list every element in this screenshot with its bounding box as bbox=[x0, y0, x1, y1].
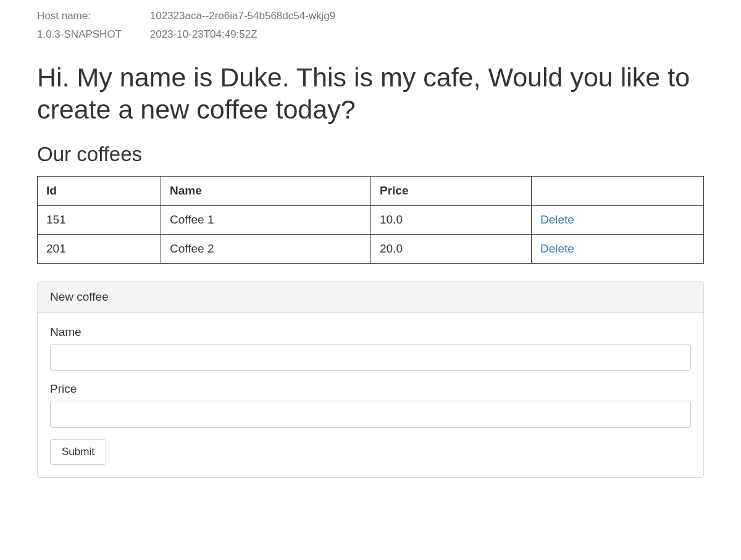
cell-name: Coffee 1 bbox=[161, 206, 371, 235]
host-label: Host name: bbox=[37, 10, 147, 22]
table-row: 201 Coffee 2 20.0 Delete bbox=[38, 235, 704, 264]
name-label: Name bbox=[50, 325, 691, 339]
version-label: 1.0.3-SNAPSHOT bbox=[37, 28, 147, 41]
col-header-id: Id bbox=[38, 177, 161, 206]
table-row: 151 Coffee 1 10.0 Delete bbox=[38, 206, 704, 235]
table-header-row: Id Name Price bbox=[38, 177, 704, 206]
cell-id: 151 bbox=[38, 206, 161, 235]
price-label: Price bbox=[50, 382, 691, 396]
delete-link[interactable]: Delete bbox=[540, 242, 574, 255]
submit-button[interactable]: Submit bbox=[50, 439, 106, 465]
name-input[interactable] bbox=[50, 344, 691, 371]
cell-actions: Delete bbox=[532, 206, 704, 235]
price-input[interactable] bbox=[50, 401, 691, 428]
new-coffee-panel: New coffee Name Price Submit bbox=[37, 281, 704, 478]
host-row: Host name: 102323aca--2ro6ia7-54b568dc54… bbox=[37, 10, 704, 22]
col-header-name: Name bbox=[161, 177, 371, 206]
cell-price: 10.0 bbox=[371, 206, 532, 235]
host-value: 102323aca--2ro6ia7-54b568dc54-wkjg9 bbox=[150, 10, 336, 22]
panel-title: New coffee bbox=[38, 282, 703, 313]
cell-id: 201 bbox=[38, 235, 161, 264]
delete-link[interactable]: Delete bbox=[540, 213, 574, 226]
coffees-table: Id Name Price 151 Coffee 1 10.0 Delete 2… bbox=[37, 176, 704, 264]
coffees-heading: Our coffees bbox=[37, 143, 704, 166]
cell-name: Coffee 2 bbox=[161, 235, 371, 264]
col-header-actions bbox=[532, 177, 704, 206]
page-greeting: Hi. My name is Duke. This is my cafe, Wo… bbox=[37, 62, 704, 125]
cell-price: 20.0 bbox=[371, 235, 532, 264]
cell-actions: Delete bbox=[532, 235, 704, 264]
panel-body: Name Price Submit bbox=[38, 313, 703, 477]
form-group-price: Price bbox=[50, 382, 691, 428]
build-time: 2023-10-23T04:49:52Z bbox=[150, 28, 257, 40]
version-row: 1.0.3-SNAPSHOT 2023-10-23T04:49:52Z bbox=[37, 28, 704, 41]
col-header-price: Price bbox=[371, 177, 532, 206]
form-group-name: Name bbox=[50, 325, 691, 371]
